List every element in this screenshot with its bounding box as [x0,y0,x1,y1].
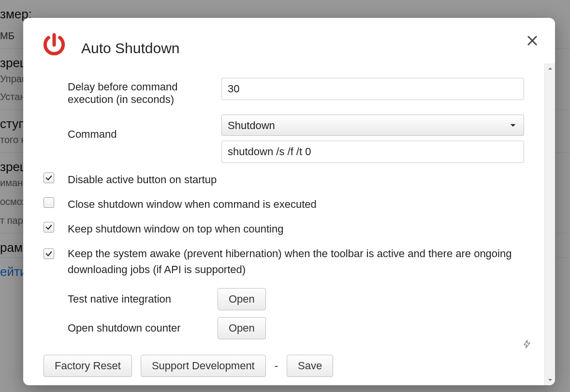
check-row-keep-awake: Keep the system awake (prevent hibernati… [44,246,524,277]
checkbox-close-window[interactable] [44,197,54,208]
checkbox-disable-startup[interactable] [44,173,54,183]
lightning-icon [522,338,532,350]
scrollbar-arrow-down[interactable] [545,375,555,385]
modal-body: Delay before command execution (in secon… [23,63,544,385]
command-select-value: Shutdown [228,119,275,131]
close-button[interactable] [524,32,541,49]
delay-input[interactable] [221,78,524,100]
command-label: Command [68,115,218,141]
delay-label: Delay before command execution (in secon… [68,78,218,106]
open-counter-open-button[interactable]: Open [218,317,266,339]
close-icon [526,34,539,47]
check-row-disable-startup: Disable active button on startup [44,172,524,188]
checkbox-close-window-label: Close shutdown window when command is ex… [68,196,524,212]
checkbox-keep-on-top[interactable] [44,222,54,232]
modal-title: Auto Shutdown [81,40,179,57]
checkbox-keep-on-top-label: Keep shutdown window on top when countin… [68,221,524,237]
scrollbar-arrow-up[interactable] [545,63,555,74]
bottom-button-bar: Factory Reset Support Development - Save [44,355,524,377]
command-text-input[interactable] [221,141,524,163]
button-separator: - [275,360,278,372]
auto-shutdown-modal: Auto Shutdown Delay before command execu… [23,18,555,385]
scrollbar[interactable] [544,63,555,385]
triangle-down-icon [547,377,553,383]
checkbox-disable-startup-label: Disable active button on startup [68,172,524,188]
check-row-keep-on-top: Keep shutdown window on top when countin… [44,221,524,237]
command-select[interactable]: Shutdown [221,115,524,136]
triangle-up-icon [547,66,553,72]
test-native-open-button[interactable]: Open [218,288,266,310]
save-button[interactable]: Save [287,355,333,377]
power-icon [41,31,68,58]
check-row-close-window: Close shutdown window when command is ex… [44,196,524,212]
open-counter-label: Open shutdown counter [68,322,218,334]
checkbox-keep-awake-label: Keep the system awake (prevent hibernati… [68,246,524,277]
support-development-button[interactable]: Support Development [141,355,266,377]
check-icon [45,174,53,182]
test-native-label: Test native integration [68,293,218,305]
checkbox-keep-awake[interactable] [44,248,54,259]
check-icon [45,223,53,231]
factory-reset-button[interactable]: Factory Reset [44,355,132,377]
check-icon [45,250,53,258]
modal-header: Auto Shutdown [23,18,555,63]
